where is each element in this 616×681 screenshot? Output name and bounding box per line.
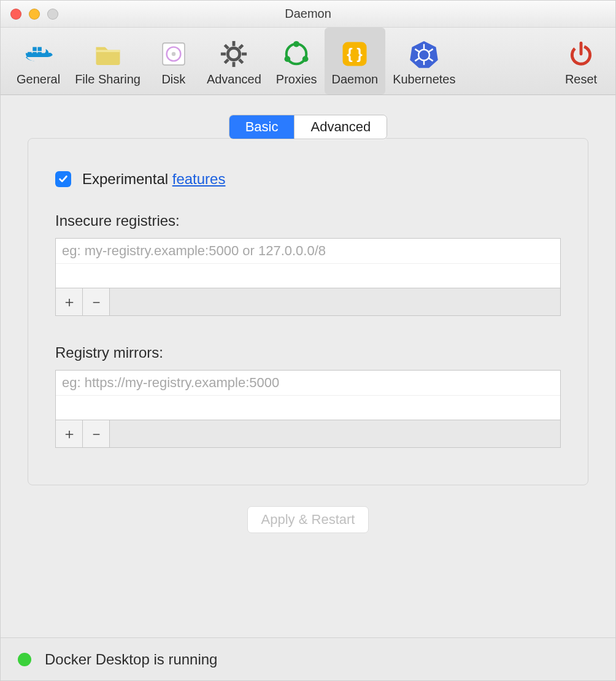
svg-line-15 bbox=[239, 45, 243, 48]
svg-point-18 bbox=[293, 41, 299, 47]
toolbar-item-reset[interactable]: Reset bbox=[555, 28, 607, 94]
svg-line-13 bbox=[225, 45, 229, 48]
remove-button[interactable]: － bbox=[83, 288, 110, 315]
list-empty-row[interactable] bbox=[56, 395, 560, 420]
content-area: Basic Advanced Experimental features Ins… bbox=[1, 95, 615, 637]
insecure-registries-list[interactable]: eg: my-registry.example:5000 or 127.0.0.… bbox=[55, 238, 561, 316]
toolbar-item-advanced[interactable]: Advanced bbox=[199, 28, 269, 94]
insecure-registries-label: Insecure registries: bbox=[55, 212, 561, 229]
close-icon[interactable] bbox=[10, 9, 21, 20]
experimental-label: Experimental features bbox=[82, 171, 225, 188]
tab-advanced[interactable]: Advanced bbox=[294, 115, 387, 139]
minimize-icon[interactable] bbox=[29, 9, 40, 20]
braces-icon: { } bbox=[339, 38, 371, 70]
folder-icon bbox=[92, 38, 124, 70]
registry-mirrors-label: Registry mirrors: bbox=[55, 344, 561, 361]
preferences-window: Daemon General File Sharing Disk Advance… bbox=[0, 0, 616, 681]
toolbar-label: File Sharing bbox=[75, 72, 141, 87]
list-empty-row[interactable] bbox=[56, 263, 560, 288]
gear-icon bbox=[218, 38, 250, 70]
toolbar-item-proxies[interactable]: Proxies bbox=[269, 28, 325, 94]
svg-rect-4 bbox=[37, 47, 42, 52]
insecure-registries-section: Insecure registries: eg: my-registry.exa… bbox=[55, 212, 561, 316]
kubernetes-icon bbox=[408, 38, 440, 70]
toolbar-label: Disk bbox=[161, 72, 185, 87]
mode-segmented-control: Basic Advanced bbox=[229, 115, 388, 139]
list-placeholder-row[interactable]: eg: my-registry.example:5000 or 127.0.0.… bbox=[56, 239, 560, 263]
svg-line-14 bbox=[239, 60, 243, 63]
toolbar-item-kubernetes[interactable]: Kubernetes bbox=[385, 28, 463, 94]
plus-icon: ＋ bbox=[62, 424, 77, 444]
svg-point-7 bbox=[172, 52, 176, 56]
preferences-toolbar: General File Sharing Disk Advanced Proxi… bbox=[1, 28, 615, 95]
toolbar-label: Proxies bbox=[276, 72, 317, 87]
features-link[interactable]: features bbox=[172, 171, 226, 187]
list-footer: ＋ － bbox=[56, 420, 560, 447]
minus-icon: － bbox=[89, 424, 104, 444]
titlebar: Daemon bbox=[1, 1, 615, 28]
window-controls bbox=[10, 9, 58, 20]
add-button[interactable]: ＋ bbox=[56, 420, 83, 447]
whale-icon bbox=[23, 38, 55, 70]
tab-basic[interactable]: Basic bbox=[229, 115, 295, 139]
svg-point-20 bbox=[302, 56, 309, 62]
minus-icon: － bbox=[89, 292, 104, 312]
svg-point-19 bbox=[285, 56, 291, 62]
toolbar-label: Reset bbox=[565, 72, 597, 87]
toolbar-label: Advanced bbox=[207, 72, 261, 87]
apply-restart-button[interactable]: Apply & Restart bbox=[247, 506, 369, 533]
list-footer: ＋ － bbox=[56, 288, 560, 315]
zoom-icon bbox=[47, 9, 58, 20]
svg-point-8 bbox=[228, 48, 241, 60]
experimental-checkbox[interactable] bbox=[55, 171, 71, 187]
toolbar-label: Kubernetes bbox=[393, 72, 455, 87]
status-indicator-icon bbox=[18, 653, 31, 666]
status-text: Docker Desktop is running bbox=[45, 651, 217, 668]
plus-icon: ＋ bbox=[62, 292, 77, 312]
toolbar-label: General bbox=[17, 72, 60, 87]
svg-rect-3 bbox=[33, 47, 37, 52]
apply-row: Apply & Restart bbox=[247, 506, 369, 533]
experimental-row: Experimental features bbox=[55, 171, 561, 188]
list-placeholder-row[interactable]: eg: https://my-registry.example:5000 bbox=[56, 371, 560, 395]
svg-line-16 bbox=[225, 60, 229, 63]
remove-button[interactable]: － bbox=[83, 420, 110, 447]
status-bar: Docker Desktop is running bbox=[1, 637, 615, 680]
toolbar-label: Daemon bbox=[332, 72, 379, 87]
toolbar-item-disk[interactable]: Disk bbox=[148, 28, 199, 94]
toolbar-item-general[interactable]: General bbox=[9, 28, 67, 94]
toolbar-item-file-sharing[interactable]: File Sharing bbox=[67, 28, 148, 94]
registry-mirrors-list[interactable]: eg: https://my-registry.example:5000 ＋ － bbox=[55, 370, 561, 448]
svg-text:{ }: { } bbox=[347, 45, 363, 62]
registry-mirrors-section: Registry mirrors: eg: https://my-registr… bbox=[55, 344, 561, 448]
window-title: Daemon bbox=[285, 7, 331, 21]
network-icon bbox=[280, 38, 312, 70]
disk-icon bbox=[158, 38, 190, 70]
toolbar-item-daemon[interactable]: { } Daemon bbox=[325, 28, 386, 94]
settings-panel: Experimental features Insecure registrie… bbox=[28, 138, 588, 485]
power-icon bbox=[565, 38, 597, 70]
add-button[interactable]: ＋ bbox=[56, 288, 83, 315]
